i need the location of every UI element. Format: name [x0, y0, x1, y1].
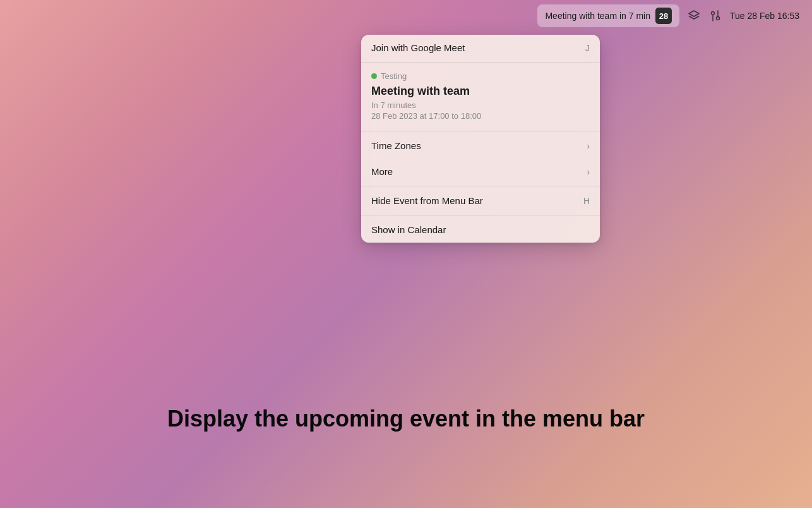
event-time-soon: In 7 minutes [371, 100, 590, 110]
hide-event-shortcut: H [583, 196, 590, 206]
calendar-row: Testing [371, 71, 590, 81]
calendar-name: Testing [381, 71, 407, 81]
join-meet-shortcut: J [585, 43, 590, 53]
divider-4 [361, 215, 600, 215]
divider-2 [361, 131, 600, 131]
event-datetime: 28 Feb 2023 at 17:00 to 18:00 [371, 111, 590, 121]
event-info-section: Testing Meeting with team In 7 minutes 2… [361, 64, 600, 130]
divider-1 [361, 62, 600, 63]
control-center-icon[interactable] [708, 9, 722, 23]
event-title: Meeting with team [371, 85, 590, 98]
event-pill[interactable]: Meeting with team in 7 min 28 [537, 4, 679, 27]
time-zones-item[interactable]: Time Zones › [361, 133, 600, 159]
event-pill-text: Meeting with team in 7 min [545, 11, 650, 21]
time-zones-label: Time Zones [371, 140, 421, 151]
divider-3 [361, 186, 600, 186]
menubar: Meeting with team in 7 min 28 Tue 28 Feb… [0, 0, 812, 32]
join-meet-item[interactable]: Join with Google Meet J [361, 35, 600, 61]
chevron-right-icon: › [587, 141, 590, 151]
more-item[interactable]: More › [361, 159, 600, 184]
chevron-right-icon-2: › [587, 167, 590, 177]
menubar-datetime: Tue 28 Feb 16:53 [730, 11, 799, 21]
more-label: More [371, 166, 393, 177]
calendar-badge: 28 [655, 8, 672, 24]
calendar-dot [371, 73, 377, 79]
show-calendar-label: Show in Calendar [371, 224, 446, 235]
hide-event-item[interactable]: Hide Event from Menu Bar H [361, 188, 600, 214]
show-calendar-item[interactable]: Show in Calendar [361, 217, 600, 243]
join-meet-label: Join with Google Meet [371, 42, 465, 53]
layers-icon[interactable] [687, 9, 701, 23]
hide-event-label: Hide Event from Menu Bar [371, 195, 483, 206]
dropdown-menu: Join with Google Meet J Testing Meeting … [361, 35, 600, 243]
page-title: Display the upcoming event in the menu b… [0, 406, 812, 432]
